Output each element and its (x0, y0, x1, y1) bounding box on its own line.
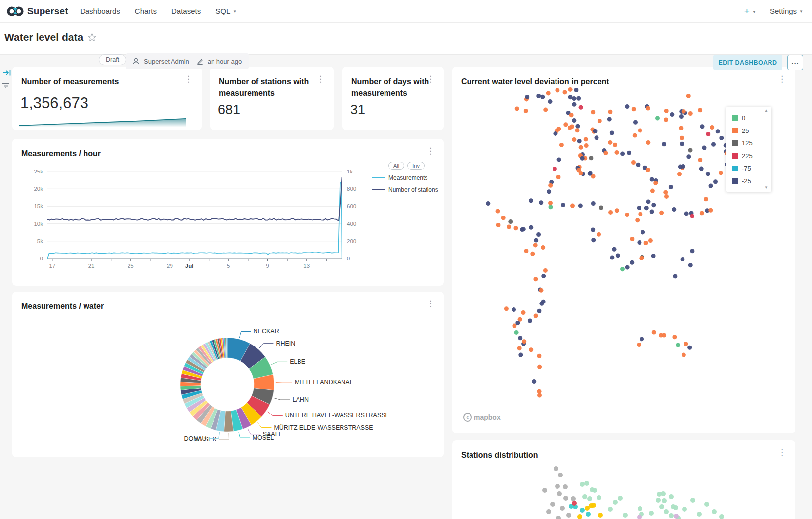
legend-value-label: 25 (742, 127, 749, 134)
svg-text:10k: 10k (34, 221, 43, 227)
copyright-icon: c (463, 413, 472, 422)
plus-icon: + (744, 6, 750, 16)
nav-sql-label: SQL (215, 7, 230, 15)
chart-title: Stations distribution (461, 449, 753, 461)
chart-title: Measurements / water (21, 301, 388, 312)
favorite-star-icon[interactable] (87, 33, 97, 42)
line-chart: 005k20010k40015k60020k80025k1k17212529Ju… (12, 139, 444, 286)
kpi-card-measurements: Number of measurements ⋮ 1,356,673 (12, 67, 202, 130)
kpi-value: 681 (218, 102, 240, 118)
svg-text:Jul: Jul (185, 263, 194, 269)
more-vertical-icon[interactable]: ⋮ (427, 74, 435, 84)
chart-card-measurements-hour: Measurements / hour ⋮ 005k20010k40015k60… (12, 139, 444, 286)
svg-text:15k: 15k (34, 203, 43, 209)
chart-card-water-level-map: Current water level deviation in percent… (452, 67, 795, 433)
caret-down-icon: ▼ (799, 9, 803, 14)
scroll-up-icon[interactable]: ▲ (764, 109, 768, 113)
chart-card-measurements-water: Measurements / water ⋮ NECKARRHEINELBEMI… (12, 292, 444, 457)
more-vertical-icon[interactable]: ⋮ (427, 299, 435, 308)
legend-color-swatch (732, 178, 738, 184)
chart-card-stations-distribution: Stations distribution ⋮ (452, 440, 795, 519)
kpi-value: 1,356,673 (20, 94, 88, 112)
status-badge: Draft (99, 54, 126, 65)
nav-right: +▼ Settings▼ (744, 6, 803, 17)
legend-color-swatch (732, 166, 738, 171)
svg-text:400: 400 (347, 221, 356, 227)
more-vertical-icon[interactable]: ⋮ (778, 74, 786, 84)
svg-text:MOSEL: MOSEL (253, 434, 274, 441)
svg-text:17: 17 (49, 263, 56, 269)
svg-text:ELBE: ELBE (290, 358, 305, 365)
author-name: Superset Admin (144, 58, 189, 65)
legend-label: Number of stations (388, 186, 438, 193)
svg-text:MÜRITZ-ELDE-WASSERSTRASSE: MÜRITZ-ELDE-WASSERSTRASSE (274, 424, 373, 431)
svg-text:RHEIN: RHEIN (276, 340, 295, 347)
filter-icon[interactable] (1, 81, 11, 90)
chart-title: Measurements / hour (21, 148, 388, 160)
kpi-card-days: Number of days with measurements ⋮ 31 (342, 67, 444, 130)
donut-chart: NECKARRHEINELBEMITTELLANDKANALLAHNUNTERE… (12, 292, 444, 457)
kpi-title: Number of measurements (21, 76, 182, 87)
svg-text:0: 0 (347, 256, 350, 261)
legend-label: Measurements (388, 174, 427, 181)
legend-all-button[interactable]: All (388, 162, 404, 170)
legend-value-label: 225 (742, 152, 753, 160)
map-legend: 025125225-75-25 ▲ ▼ (726, 107, 771, 192)
new-item-button[interactable]: +▼ (744, 6, 756, 17)
kpi-value: 31 (350, 102, 365, 118)
kpi-card-stations: Number of stations with measurements ⋮ 6… (210, 67, 334, 130)
nav-sql[interactable]: SQL▼ (215, 7, 237, 15)
page-title: Water level data (4, 31, 83, 43)
svg-text:800: 800 (347, 186, 356, 192)
svg-text:0: 0 (40, 256, 43, 261)
edit-pen-icon (196, 58, 204, 65)
legend-value-label: -75 (742, 165, 751, 172)
more-vertical-icon[interactable]: ⋮ (184, 74, 193, 84)
brand-name: Superset (27, 6, 68, 17)
scroll-down-icon[interactable]: ▼ (764, 186, 768, 190)
caret-down-icon: ▼ (752, 10, 756, 14)
svg-text:1k: 1k (347, 169, 353, 174)
kpi-title: Number of stations with measurements (219, 76, 324, 99)
svg-text:UNTERE HAVEL-WASSERSTRASSE: UNTERE HAVEL-WASSERSTRASSE (285, 412, 389, 419)
nav-menu: Dashboards Charts Datasets SQL▼ (80, 7, 237, 15)
line-chart-legend: All Inv Measurements Number of stations (372, 162, 441, 198)
svg-text:9: 9 (266, 263, 269, 269)
legend-color-swatch (732, 140, 738, 146)
svg-text:DONAU: DONAU (184, 435, 206, 442)
svg-text:29: 29 (167, 263, 173, 269)
nav-charts[interactable]: Charts (135, 7, 157, 15)
svg-text:13: 13 (303, 263, 310, 269)
more-vertical-icon[interactable]: ⋮ (778, 447, 786, 457)
svg-text:21: 21 (88, 263, 95, 269)
mapbox-attribution[interactable]: c mapbox (463, 413, 501, 422)
legend-item-number-of-stations[interactable]: Number of stations (372, 186, 441, 193)
nav-dashboards[interactable]: Dashboards (80, 7, 120, 15)
more-vertical-icon[interactable]: ⋮ (427, 146, 435, 156)
svg-text:600: 600 (347, 203, 356, 209)
legend-color-swatch (732, 153, 738, 159)
expand-filter-bar-icon[interactable] (2, 69, 11, 77)
mapbox-label: mapbox (474, 413, 501, 421)
legend-inv-button[interactable]: Inv (407, 162, 425, 170)
edit-dashboard-button[interactable]: EDIT DASHBOARD (713, 55, 782, 70)
legend-item-measurements[interactable]: Measurements (372, 174, 441, 181)
settings-menu[interactable]: Settings▼ (770, 7, 803, 15)
more-vertical-icon[interactable]: ⋮ (316, 74, 325, 84)
legend-value-label: -25 (742, 177, 751, 185)
legend-color-swatch (732, 115, 738, 121)
legend-swatch (372, 189, 385, 190)
caret-down-icon: ▼ (233, 9, 237, 14)
legend-value-label: 0 (742, 114, 745, 122)
chart-title: Current water level deviation in percent (461, 76, 753, 87)
superset-home-link[interactable]: Superset (7, 6, 68, 17)
svg-text:25: 25 (128, 263, 134, 269)
svg-text:NECKAR: NECKAR (254, 328, 279, 335)
kpi-sparkline (19, 117, 187, 129)
dashboard-more-button[interactable]: ... (787, 55, 803, 70)
superset-logo (7, 6, 24, 17)
svg-text:20k: 20k (34, 186, 43, 192)
last-modified: an hour ago (208, 58, 242, 65)
svg-text:LAHN: LAHN (293, 396, 309, 403)
nav-datasets[interactable]: Datasets (171, 7, 201, 15)
